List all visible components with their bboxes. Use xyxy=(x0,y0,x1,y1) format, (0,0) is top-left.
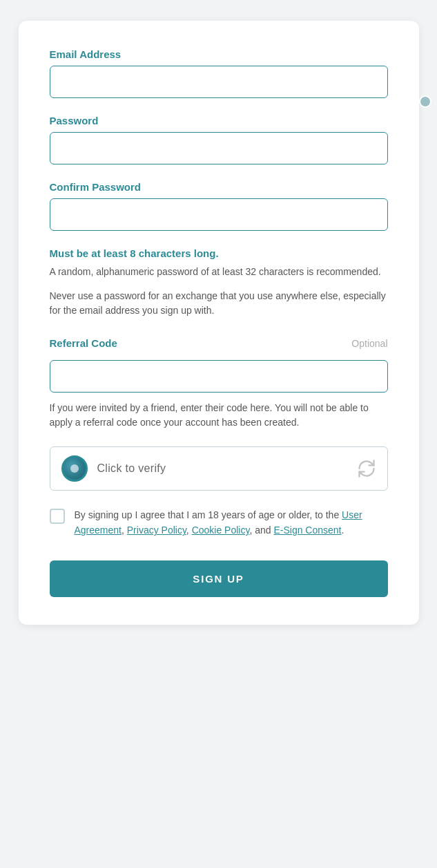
terms-sep-3: , and xyxy=(249,525,273,536)
password-hint-required: Must be at least 8 characters long. xyxy=(50,247,388,259)
captcha-circle-icon xyxy=(61,455,88,482)
referral-code-label: Referral Code xyxy=(50,337,117,349)
terms-link-esign[interactable]: E-Sign Consent xyxy=(273,525,341,536)
email-label: Email Address xyxy=(50,48,388,60)
terms-prefix: By signing up I agree that I am 18 years… xyxy=(75,509,342,520)
captcha-left: Click to verify xyxy=(61,455,166,482)
referral-field-group: Referral Code Optional If you were invit… xyxy=(50,337,388,430)
page-container: Email Address Password Confirm Password … xyxy=(0,0,437,868)
referral-code-input[interactable] xyxy=(50,360,388,393)
referral-label-row: Referral Code Optional xyxy=(50,337,388,349)
referral-optional-label: Optional xyxy=(351,338,387,349)
terms-checkbox[interactable] xyxy=(50,509,65,524)
email-field-group: Email Address xyxy=(50,48,388,98)
confirm-password-field-group: Confirm Password xyxy=(50,181,388,231)
captcha-refresh-icon xyxy=(357,459,376,478)
password-field-group: Password xyxy=(50,115,388,164)
captcha-text: Click to verify xyxy=(97,462,166,475)
confirm-password-input[interactable] xyxy=(50,198,388,231)
email-input[interactable] xyxy=(50,66,388,98)
terms-section: By signing up I agree that I am 18 years… xyxy=(50,507,388,538)
password-hint-1: A random, alphanumeric password of at le… xyxy=(50,265,388,279)
terms-link-cookie-policy[interactable]: Cookie Policy xyxy=(192,525,250,536)
confirm-password-label: Confirm Password xyxy=(50,181,388,193)
terms-sep-2: , xyxy=(186,525,189,536)
signup-card: Email Address Password Confirm Password … xyxy=(19,21,419,625)
password-input[interactable] xyxy=(50,132,388,164)
signup-button[interactable]: SIGN UP xyxy=(50,560,388,597)
terms-suffix: . xyxy=(342,525,344,536)
password-label: Password xyxy=(50,115,388,126)
referral-hint-text: If you were invited by a friend, enter t… xyxy=(50,401,388,430)
terms-text: By signing up I agree that I am 18 years… xyxy=(75,507,388,538)
password-hint-2: Never use a password for an exchange tha… xyxy=(50,289,388,318)
terms-link-privacy-policy[interactable]: Privacy Policy xyxy=(127,525,186,536)
captcha-inner-dot xyxy=(70,464,79,473)
terms-sep-1: , xyxy=(122,525,124,536)
password-hint-section: Must be at least 8 characters long. A ra… xyxy=(50,247,388,318)
captcha-box[interactable]: Click to verify xyxy=(50,446,388,491)
